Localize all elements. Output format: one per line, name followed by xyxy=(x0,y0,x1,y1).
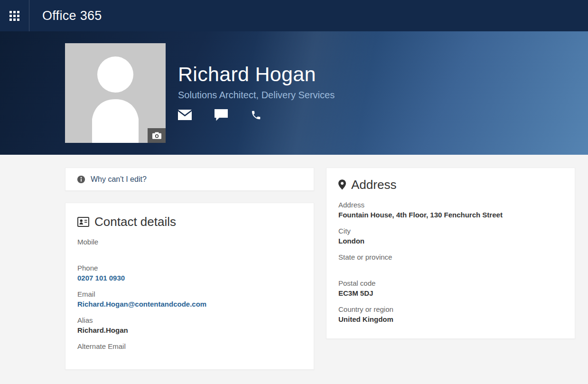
phone-icon xyxy=(251,110,261,121)
profile-identity: Richard Hogan Solutions Architect, Deliv… xyxy=(178,64,335,121)
field-address: Address Fountain House, 4th Floor, 130 F… xyxy=(338,200,563,220)
field-value: London xyxy=(338,236,563,246)
profile-job-title: Solutions Architect, Delivery Services xyxy=(178,89,335,101)
chat-icon xyxy=(214,109,228,121)
field-label: Address xyxy=(338,200,563,210)
field-state: State or province xyxy=(338,253,563,272)
field-label: Mobile xyxy=(77,237,302,247)
profile-actions xyxy=(178,109,335,121)
contact-details-title: Contact details xyxy=(94,214,176,230)
suite-bar: Office 365 xyxy=(0,0,588,31)
field-label: Phone xyxy=(77,263,302,273)
change-photo-button[interactable] xyxy=(148,128,166,143)
address-title: Address xyxy=(351,177,396,193)
field-mobile: Mobile xyxy=(77,237,302,257)
profile-photo xyxy=(65,43,166,143)
field-value xyxy=(338,262,563,272)
camera-icon xyxy=(152,132,161,139)
field-label: Country or region xyxy=(338,305,563,314)
app-launcher-button[interactable] xyxy=(0,0,29,31)
field-label: State or province xyxy=(338,253,563,262)
field-value: United Kingdom xyxy=(338,314,563,325)
profile-hero: Richard Hogan Solutions Architect, Deliv… xyxy=(0,31,588,155)
field-country: Country or region United Kingdom xyxy=(338,305,563,325)
contact-details-heading: Contact details xyxy=(77,214,302,230)
field-city: City London xyxy=(338,226,563,246)
phone-link[interactable]: 0207 101 0930 xyxy=(77,273,302,283)
envelope-icon xyxy=(178,110,192,120)
field-phone: Phone 0207 101 0930 xyxy=(77,263,302,283)
field-alternate-email: Alternate Email xyxy=(77,342,302,362)
map-pin-icon xyxy=(338,179,346,190)
send-im-button[interactable] xyxy=(214,109,228,121)
field-label: Email xyxy=(77,290,302,299)
field-value xyxy=(77,247,302,257)
field-value: Fountain House, 4th Floor, 130 Fenchurch… xyxy=(338,210,563,220)
address-heading: Address xyxy=(338,177,563,193)
field-value xyxy=(77,351,302,362)
field-value: EC3M 5DJ xyxy=(338,288,563,299)
waffle-icon xyxy=(9,11,19,21)
send-email-button[interactable] xyxy=(178,110,192,120)
email-link[interactable]: Richard.Hogan@contentandcode.com xyxy=(77,299,302,309)
field-alias: Alias Richard.Hogan xyxy=(77,316,302,336)
field-value: Richard.Hogan xyxy=(77,325,302,336)
field-email: Email Richard.Hogan@contentandcode.com xyxy=(77,290,302,309)
contact-card-icon xyxy=(77,217,89,227)
field-label: City xyxy=(338,226,563,236)
info-icon xyxy=(77,175,85,184)
call-button[interactable] xyxy=(251,110,261,121)
contact-details-card: Contact details Mobile Phone 0207 101 09… xyxy=(65,203,314,370)
field-label: Alias xyxy=(77,316,302,325)
field-postal-code: Postal code EC3M 5DJ xyxy=(338,279,563,299)
field-label: Alternate Email xyxy=(77,342,302,351)
why-cant-i-edit-link[interactable]: Why can't I edit? xyxy=(91,175,147,184)
profile-name: Richard Hogan xyxy=(178,64,335,84)
edit-notice-card: Why can't I edit? xyxy=(65,168,314,191)
profile-page: Office 365 Richard Hogan Solutions Archi… xyxy=(0,0,588,384)
address-card: Address Address Fountain House, 4th Floo… xyxy=(326,168,575,339)
profile-content: Why can't I edit? Contact details Mobile… xyxy=(0,155,588,384)
suite-title[interactable]: Office 365 xyxy=(29,0,102,31)
field-label: Postal code xyxy=(338,279,563,288)
